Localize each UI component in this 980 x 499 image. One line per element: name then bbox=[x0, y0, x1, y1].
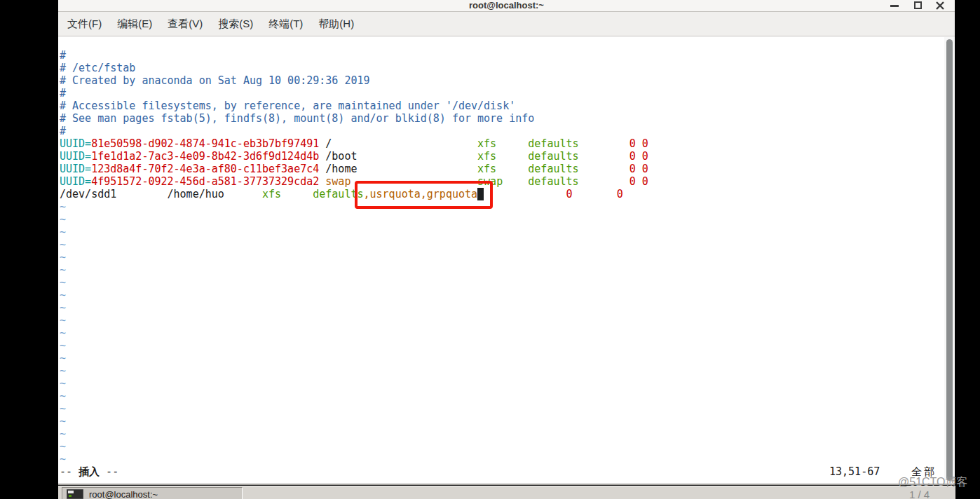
terminal-line: ~ bbox=[60, 276, 648, 289]
terminal-text-segment bbox=[496, 137, 528, 150]
terminal-text-segment: ~ bbox=[60, 415, 66, 428]
vim-status-line: -- 插入 -- 13,51-67 全部 bbox=[60, 465, 953, 478]
terminal-text-segment: /home bbox=[319, 163, 357, 175]
menu-file[interactable]: 文件(F) bbox=[60, 12, 109, 36]
terminal-text-segment: ~ bbox=[60, 276, 66, 289]
terminal-line: UUID=123d8a4f-70f2-4e3a-af80-c11bef3ae7c… bbox=[60, 163, 648, 175]
terminal-text-segment bbox=[579, 150, 629, 163]
terminal-text-segment: ~ bbox=[60, 402, 66, 415]
terminal-line: ~ bbox=[60, 415, 648, 428]
terminal-text-segment: ~ bbox=[60, 289, 66, 301]
terminal-line: # bbox=[60, 125, 648, 137]
terminal-line: ~ bbox=[60, 289, 648, 301]
terminal-text-segment: ~ bbox=[60, 377, 66, 390]
terminal-text-segment: xfs bbox=[262, 188, 281, 200]
terminal-line: UUID=1fe1d1a2-7ac3-4e09-8b42-3d6f9d124d4… bbox=[60, 150, 648, 163]
terminal-text-segment: ~ bbox=[60, 251, 66, 264]
terminal-text-segment: UUID= bbox=[60, 175, 91, 188]
terminal-text-segment bbox=[319, 175, 325, 188]
minimize-icon bbox=[890, 5, 899, 7]
terminal-text-segment: ~ bbox=[60, 339, 66, 352]
menu-help[interactable]: 帮助(H) bbox=[311, 12, 362, 36]
title-bar[interactable]: root@localhost:~ bbox=[58, 0, 955, 12]
terminal-text-segment: / bbox=[319, 137, 332, 150]
terminal-text-segment: ~ bbox=[60, 364, 66, 377]
terminal-text-segment: 81e50598-d902-4874-941c-eb3b7bf97491 bbox=[91, 137, 319, 150]
menu-terminal[interactable]: 终端(T) bbox=[261, 12, 311, 36]
terminal-text-segment bbox=[332, 137, 477, 150]
terminal-text-segment: xfs bbox=[477, 163, 496, 175]
terminal-text-segment: ~ bbox=[60, 314, 66, 327]
terminal-text-segment: swap bbox=[325, 175, 351, 188]
terminal-text-segment: ~ bbox=[60, 226, 66, 238]
terminal-text-segment: defaults bbox=[528, 175, 578, 188]
vim-insert-mode-indicator: -- 插入 -- bbox=[60, 465, 118, 478]
terminal-text-segment: /boot bbox=[319, 150, 357, 163]
taskbar-window-label: root@localhost:~ bbox=[89, 489, 158, 499]
terminal-text-segment: ~ bbox=[60, 440, 66, 453]
terminal-line: # bbox=[60, 87, 648, 100]
terminal-line: /dev/sdd1 /home/huo xfs defaults,usrquot… bbox=[60, 188, 648, 200]
terminal-text[interactable]: ## /etc/fstab# Created by anaconda on Sa… bbox=[60, 37, 648, 465]
terminal-line: UUID=81e50598-d902-4874-941c-eb3b7bf9749… bbox=[60, 137, 648, 150]
terminal-line: ~ bbox=[60, 251, 648, 264]
close-button[interactable] bbox=[934, 0, 946, 11]
terminal-text-segment bbox=[224, 188, 262, 200]
terminal-line: ~ bbox=[60, 440, 648, 453]
terminal-text-segment bbox=[281, 188, 313, 200]
terminal-line: ~ bbox=[60, 364, 648, 377]
terminal-line: ~ bbox=[60, 200, 648, 213]
terminal-text-segment: ~ bbox=[60, 264, 66, 276]
terminal-text-segment: ~ bbox=[60, 200, 66, 213]
terminal-line: ~ bbox=[60, 301, 648, 314]
terminal-text-segment: ~ bbox=[60, 327, 66, 339]
terminal-line: ~ bbox=[60, 264, 648, 276]
terminal-window: root@localhost:~ 文件(F) 编辑(E) 查看(V) 搜索(S)… bbox=[58, 0, 955, 485]
terminal-text-segment: # See man pages fstab(5), findfs(8), mou… bbox=[60, 112, 534, 125]
terminal-text-segment: # Accessible filesystems, by reference, … bbox=[60, 100, 515, 112]
terminal-text-segment: # /etc/fstab bbox=[60, 62, 135, 74]
terminal-text-segment: ~ bbox=[60, 238, 66, 251]
terminal-text-segment bbox=[496, 150, 528, 163]
scrollbar[interactable] bbox=[944, 37, 955, 484]
terminal-text-segment: ~ bbox=[60, 390, 66, 402]
terminal-text-segment: /dev/sdd1 bbox=[60, 188, 168, 200]
terminal-line: ~ bbox=[60, 314, 648, 327]
maximize-icon bbox=[914, 1, 922, 9]
terminal-text-segment: ~ bbox=[60, 428, 66, 440]
window-title: root@localhost:~ bbox=[58, 0, 955, 11]
terminal-line: ~ bbox=[60, 352, 648, 364]
taskbar: root@localhost:~ bbox=[58, 486, 955, 499]
menu-edit[interactable]: 编辑(E) bbox=[109, 12, 160, 36]
terminal-line: ~ bbox=[60, 453, 648, 465]
terminal-text-segment: UUID= bbox=[60, 137, 91, 150]
terminal-line: ~ bbox=[60, 238, 648, 251]
terminal-text-segment bbox=[357, 150, 477, 163]
terminal-text-segment: ~ bbox=[60, 301, 66, 314]
terminal-text-segment: 0 0 bbox=[629, 150, 648, 163]
terminal-icon bbox=[67, 489, 83, 499]
scrollbar-thumb[interactable] bbox=[946, 39, 953, 481]
terminal-text-segment: # bbox=[60, 87, 66, 100]
terminal-line: UUID=4f951572-0922-456d-a581-37737329cda… bbox=[60, 175, 648, 188]
terminal-text-segment: UUID= bbox=[60, 163, 91, 175]
terminal-text-segment: defaults bbox=[528, 163, 578, 175]
minimize-button[interactable] bbox=[889, 0, 900, 11]
terminal-line: ~ bbox=[60, 377, 648, 390]
taskbar-window-button[interactable]: root@localhost:~ bbox=[62, 487, 243, 499]
terminal-line: ~ bbox=[60, 402, 648, 415]
terminal-text-segment: 0 bbox=[566, 188, 573, 200]
terminal-text-segment bbox=[484, 188, 566, 200]
menu-search[interactable]: 搜索(S) bbox=[210, 12, 261, 36]
menu-bar: 文件(F) 编辑(E) 查看(V) 搜索(S) 终端(T) 帮助(H) bbox=[58, 12, 955, 36]
close-icon bbox=[934, 0, 946, 11]
terminal-line: ~ bbox=[60, 428, 648, 440]
terminal-text-segment bbox=[357, 163, 477, 175]
maximize-button[interactable] bbox=[912, 0, 923, 11]
menu-view[interactable]: 查看(V) bbox=[160, 12, 210, 36]
terminal-line: # bbox=[60, 49, 648, 62]
terminal-text-segment: xfs bbox=[477, 150, 496, 163]
terminal-text-segment bbox=[579, 137, 629, 150]
terminal-line: ~ bbox=[60, 339, 648, 352]
terminal-text-segment bbox=[496, 163, 528, 175]
